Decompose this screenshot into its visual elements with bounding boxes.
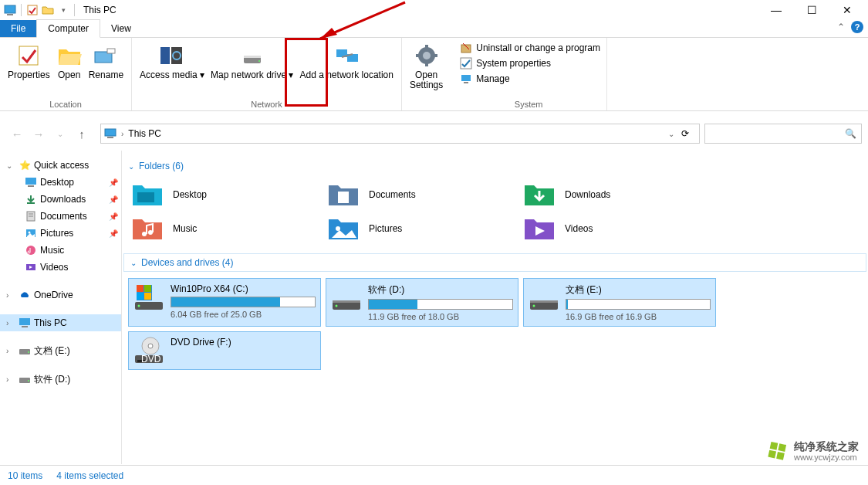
search-input[interactable]: 🔍	[704, 124, 862, 144]
ribbon-collapse-icon[interactable]: ⌃	[837, 22, 845, 32]
svg-rect-10	[244, 56, 261, 58]
refresh-button[interactable]: ⟳	[674, 128, 696, 139]
drive-c[interactable]: Win10Pro X64 (C:) 6.04 GB free of 25.0 G…	[128, 278, 321, 327]
folder-videos[interactable]: Videos	[520, 212, 716, 246]
qat-dropdown-icon[interactable]: ▾	[56, 3, 70, 17]
map-network-drive-button[interactable]: Map network drive ▾	[208, 41, 296, 82]
sidebar-item-drive-e[interactable]: › 文档 (E:)	[0, 342, 121, 360]
open-button[interactable]: Open	[53, 41, 86, 82]
drive-e[interactable]: 文档 (E:) 16.9 GB free of 16.9 GB	[523, 278, 716, 327]
sidebar-item-videos[interactable]: Videos	[0, 259, 121, 276]
status-bar: 10 items 4 items selected	[0, 465, 868, 485]
svg-rect-6	[160, 47, 170, 64]
drive-name: 软件 (D:)	[368, 283, 513, 297]
drive-free-text: 6.04 GB free of 25.0 GB	[171, 310, 316, 319]
pin-icon: 📌	[109, 178, 118, 187]
ribbon: Properties Open Rename Location Access m…	[0, 38, 868, 111]
help-icon[interactable]: ?	[851, 21, 863, 33]
qat-properties-icon[interactable]	[25, 3, 39, 17]
address-bar[interactable]: › This PC ⌄ ⟳	[100, 124, 700, 144]
tab-file[interactable]: File	[0, 20, 36, 37]
sidebar-item-quick-access[interactable]: ⌄ ⭐ Quick access	[0, 157, 121, 174]
music-folder-icon	[131, 215, 164, 242]
chevron-right-icon[interactable]: ›	[6, 347, 15, 355]
tab-view[interactable]: View	[100, 20, 142, 37]
cloud-icon	[19, 289, 31, 301]
forward-button[interactable]: →	[28, 123, 49, 144]
watermark-url: www.ycwjzy.com	[794, 452, 859, 463]
minimize-button[interactable]: —	[758, 0, 794, 19]
system-properties-button[interactable]: System properties	[458, 56, 602, 70]
chevron-down-icon: ⌄	[130, 259, 137, 267]
sidebar-item-this-pc[interactable]: › This PC	[0, 314, 121, 331]
sidebar-item-downloads[interactable]: Downloads📌	[0, 191, 121, 208]
svg-rect-17	[425, 45, 428, 49]
sidebar-item-drive-d[interactable]: › 软件 (D:)	[0, 371, 121, 388]
svg-point-67	[148, 344, 153, 348]
recent-dropdown[interactable]: ⌄	[49, 123, 71, 144]
drive-f-dvd[interactable]: DVD DVD Drive (F:)	[128, 331, 321, 370]
folder-desktop[interactable]: Desktop	[128, 178, 324, 212]
desktop-icon	[25, 176, 37, 188]
title-bar: ▾ This PC — ☐ ✕	[0, 0, 868, 19]
sidebar-item-pictures[interactable]: Pictures📌	[0, 225, 121, 242]
svg-rect-31	[28, 185, 34, 187]
navigation-pane: ⌄ ⭐ Quick access Desktop📌 Downloads📌 Doc…	[0, 151, 122, 464]
svg-rect-23	[461, 58, 471, 69]
close-button[interactable]: ✕	[829, 0, 865, 19]
up-button[interactable]: ↑	[71, 123, 93, 144]
chevron-right-icon[interactable]: ›	[6, 375, 15, 384]
windows-drive-icon	[133, 283, 164, 311]
svg-rect-19	[416, 54, 420, 57]
star-icon: ⭐	[19, 159, 31, 171]
window-controls: — ☐ ✕	[758, 0, 865, 19]
svg-rect-57	[144, 293, 151, 300]
documents-folder-icon	[327, 181, 360, 209]
watermark-logo-icon	[766, 440, 789, 463]
sidebar-item-desktop[interactable]: Desktop📌	[0, 174, 121, 191]
chevron-down-icon[interactable]: ⌄	[668, 130, 674, 138]
chevron-down-icon[interactable]: ⌄	[6, 161, 15, 170]
folder-downloads[interactable]: Downloads	[520, 178, 716, 212]
app-icon	[3, 3, 17, 17]
svg-point-44	[28, 351, 29, 353]
back-button[interactable]: ←	[6, 123, 28, 144]
chevron-right-icon[interactable]: ›	[6, 291, 15, 300]
sidebar-item-documents[interactable]: Documents📌	[0, 208, 121, 225]
access-media-button[interactable]: Access media ▾	[137, 41, 208, 82]
open-settings-button[interactable]: OpenSettings	[407, 41, 446, 92]
folder-icon[interactable]	[41, 3, 55, 17]
maximize-button[interactable]: ☐	[794, 0, 829, 19]
desktop-folder-icon	[131, 181, 164, 209]
svg-rect-18	[425, 62, 428, 66]
svg-rect-74	[776, 452, 785, 460]
rename-button[interactable]: Rename	[86, 41, 127, 82]
drive-free-text: 11.9 GB free of 18.0 GB	[368, 312, 513, 321]
manage-button[interactable]: Manage	[458, 72, 602, 86]
svg-rect-28	[105, 129, 116, 136]
svg-point-65	[533, 305, 535, 307]
section-drives-header[interactable]: ⌄ Devices and drives (4)	[123, 253, 866, 272]
drive-free-text: 16.9 GB free of 16.9 GB	[566, 312, 711, 321]
svg-rect-71	[770, 442, 778, 450]
svg-point-11	[258, 60, 260, 62]
chevron-right-icon[interactable]: ›	[6, 319, 15, 327]
watermark: 纯净系统之家 www.ycwjzy.com	[766, 440, 859, 463]
uninstall-program-button[interactable]: Uninstall or change a program	[458, 41, 602, 55]
tab-computer[interactable]: Computer	[36, 19, 100, 38]
quick-access-toolbar: ▾	[3, 3, 77, 17]
drive-d[interactable]: 软件 (D:) 11.9 GB free of 18.0 GB	[326, 278, 518, 327]
sidebar-item-music[interactable]: Music	[0, 242, 121, 259]
folder-music[interactable]: Music	[128, 212, 324, 246]
sidebar-item-onedrive[interactable]: › OneDrive	[0, 287, 121, 304]
properties-button[interactable]: Properties	[5, 41, 53, 82]
folder-pictures[interactable]: Pictures	[324, 212, 520, 246]
chevron-down-icon: ⌄	[128, 162, 134, 171]
svg-rect-20	[433, 54, 437, 57]
section-folders-header[interactable]: ⌄ Folders (6)	[122, 157, 868, 175]
ribbon-group-settings: OpenSettings	[402, 38, 451, 110]
folder-documents[interactable]: Documents	[324, 178, 520, 212]
breadcrumb-this-pc[interactable]: This PC	[123, 128, 166, 139]
svg-rect-54	[137, 285, 144, 292]
add-network-location-button[interactable]: Add a network location	[297, 41, 397, 82]
